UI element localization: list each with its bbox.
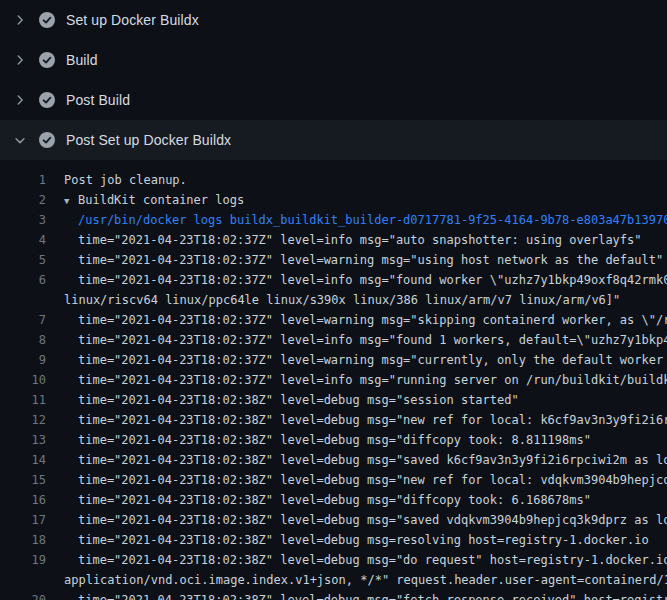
log-line: 14time="2021-04-23T18:02:38Z" level=debu… xyxy=(0,450,667,470)
check-circle-icon xyxy=(39,12,55,28)
log-text: time="2021-04-23T18:02:38Z" level=debug … xyxy=(46,450,667,470)
log-text: time="2021-04-23T18:02:38Z" level=debug … xyxy=(46,550,667,570)
log-line-number[interactable]: 1 xyxy=(0,170,46,190)
log-command-text: /usr/bin/docker logs buildx_buildkit_bui… xyxy=(46,210,667,230)
log-line-number[interactable]: 2 xyxy=(0,190,46,210)
step-label: Post Build xyxy=(66,92,130,108)
log-line-number[interactable]: 7 xyxy=(0,310,46,330)
log-text: time="2021-04-23T18:02:38Z" level=debug … xyxy=(46,530,649,550)
log-line: 11time="2021-04-23T18:02:38Z" level=debu… xyxy=(0,390,667,410)
log-text: time="2021-04-23T18:02:37Z" level=warnin… xyxy=(46,250,663,270)
log-line-number[interactable]: 10 xyxy=(0,370,46,390)
log-line: 19time="2021-04-23T18:02:38Z" level=debu… xyxy=(0,550,667,570)
log-text: time="2021-04-23T18:02:38Z" level=debug … xyxy=(46,430,591,450)
log-line: 16time="2021-04-23T18:02:38Z" level=debu… xyxy=(0,490,667,510)
log-line-number[interactable]: 14 xyxy=(0,450,46,470)
log-line: 18time="2021-04-23T18:02:38Z" level=debu… xyxy=(0,530,667,550)
log-line-number[interactable]: 17 xyxy=(0,510,46,530)
log-text: time="2021-04-23T18:02:38Z" level=debug … xyxy=(46,470,667,490)
step-row-post-build[interactable]: Post Build xyxy=(0,80,667,120)
log-text: ▼BuildKit container logs xyxy=(46,190,244,210)
check-circle-icon xyxy=(39,92,55,108)
group-expand-caret-icon[interactable]: ▼ xyxy=(64,191,78,210)
log-line: 20time="2021-04-23T18:02:38Z" level=debu… xyxy=(0,590,667,600)
step-row-post-set-up-docker-buildx[interactable]: Post Set up Docker Buildx xyxy=(0,120,667,160)
log-text: time="2021-04-23T18:02:37Z" level=info m… xyxy=(46,230,642,250)
log-line: 15time="2021-04-23T18:02:38Z" level=debu… xyxy=(0,470,667,490)
log-line-number[interactable]: 13 xyxy=(0,430,46,450)
chevron-right-icon xyxy=(10,52,30,68)
log-text: time="2021-04-23T18:02:38Z" level=debug … xyxy=(46,390,519,410)
step-label: Post Set up Docker Buildx xyxy=(66,132,231,148)
log-line-number[interactable]: 5 xyxy=(0,250,46,270)
log-text: Post job cleanup. xyxy=(46,170,187,190)
log-text: application/vnd.oci.image.index.v1+json,… xyxy=(46,570,667,590)
log-line: 5time="2021-04-23T18:02:37Z" level=warni… xyxy=(0,250,667,270)
log-line: 12time="2021-04-23T18:02:38Z" level=debu… xyxy=(0,410,667,430)
log-line: 7time="2021-04-23T18:02:37Z" level=warni… xyxy=(0,310,667,330)
check-circle-icon xyxy=(39,52,55,68)
workflow-steps-list: Set up Docker BuildxBuildPost BuildPost … xyxy=(0,0,667,160)
log-line-number xyxy=(0,570,46,590)
chevron-right-icon xyxy=(10,92,30,108)
log-line-number[interactable]: 8 xyxy=(0,330,46,350)
log-text: time="2021-04-23T18:02:38Z" level=debug … xyxy=(46,510,667,530)
log-line-number[interactable]: 19 xyxy=(0,550,46,570)
log-group-toggle-row[interactable]: 2▼BuildKit container logs xyxy=(0,190,667,210)
step-label: Build xyxy=(66,52,98,68)
chevron-right-icon xyxy=(10,12,30,28)
log-text: time="2021-04-23T18:02:38Z" level=debug … xyxy=(46,590,667,600)
log-line-number[interactable]: 18 xyxy=(0,530,46,550)
log-line: 4time="2021-04-23T18:02:37Z" level=info … xyxy=(0,230,667,250)
log-line-number[interactable]: 20 xyxy=(0,590,46,600)
log-text: time="2021-04-23T18:02:37Z" level=info m… xyxy=(46,330,667,350)
check-circle-icon xyxy=(39,132,55,148)
log-line: 8time="2021-04-23T18:02:37Z" level=info … xyxy=(0,330,667,350)
log-line-continuation: linux/riscv64 linux/ppc64le linux/s390x … xyxy=(0,290,667,310)
log-text: linux/riscv64 linux/ppc64le linux/s390x … xyxy=(46,290,620,310)
log-line-number[interactable]: 16 xyxy=(0,490,46,510)
log-line: 13time="2021-04-23T18:02:38Z" level=debu… xyxy=(0,430,667,450)
log-line-continuation: application/vnd.oci.image.index.v1+json,… xyxy=(0,570,667,590)
log-line-number[interactable]: 15 xyxy=(0,470,46,490)
step-row-set-up-docker-buildx[interactable]: Set up Docker Buildx xyxy=(0,0,667,40)
log-line-number[interactable]: 12 xyxy=(0,410,46,430)
group-label: BuildKit container logs xyxy=(78,193,244,207)
log-line: 6time="2021-04-23T18:02:37Z" level=info … xyxy=(0,270,667,290)
log-line: 10time="2021-04-23T18:02:37Z" level=info… xyxy=(0,370,667,390)
log-line: 1Post job cleanup. xyxy=(0,170,667,190)
chevron-down-icon xyxy=(10,132,30,148)
log-line-number[interactable]: 11 xyxy=(0,390,46,410)
log-line-number xyxy=(0,290,46,310)
log-text: time="2021-04-23T18:02:37Z" level=warnin… xyxy=(46,350,667,370)
log-line-number[interactable]: 9 xyxy=(0,350,46,370)
log-line-number[interactable]: 3 xyxy=(0,210,46,230)
log-text: time="2021-04-23T18:02:37Z" level=info m… xyxy=(46,270,667,290)
log-line: 3/usr/bin/docker logs buildx_buildkit_bu… xyxy=(0,210,667,230)
log-line-number[interactable]: 4 xyxy=(0,230,46,250)
log-text: time="2021-04-23T18:02:37Z" level=info m… xyxy=(46,370,667,390)
step-row-build[interactable]: Build xyxy=(0,40,667,80)
log-text: time="2021-04-23T18:02:37Z" level=warnin… xyxy=(46,310,667,330)
log-line: 9time="2021-04-23T18:02:37Z" level=warni… xyxy=(0,350,667,370)
log-line-number[interactable]: 6 xyxy=(0,270,46,290)
step-label: Set up Docker Buildx xyxy=(66,12,199,28)
log-line: 17time="2021-04-23T18:02:38Z" level=debu… xyxy=(0,510,667,530)
log-area: 1Post job cleanup.2▼BuildKit container l… xyxy=(0,160,667,600)
log-text: time="2021-04-23T18:02:38Z" level=debug … xyxy=(46,490,591,510)
log-text: time="2021-04-23T18:02:38Z" level=debug … xyxy=(46,410,667,430)
